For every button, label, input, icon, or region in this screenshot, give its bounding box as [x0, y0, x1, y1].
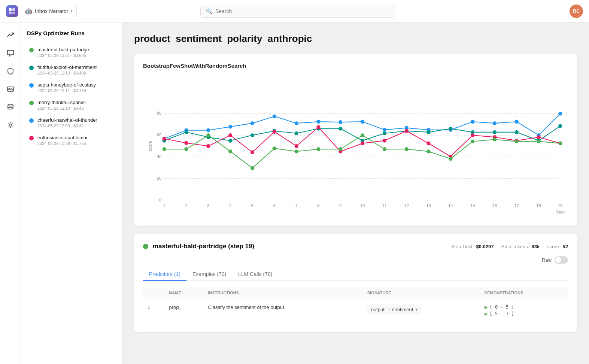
raw-label: Raw — [542, 257, 552, 263]
blue-dot-3 — [206, 128, 210, 132]
sidebar-icon-image[interactable] — [4, 82, 17, 96]
svg-rect-3 — [12, 12, 15, 14]
chart-wrap: .grid-line { stroke: #ccc; stroke-width:… — [143, 75, 568, 217]
blue-dot-4 — [228, 125, 232, 128]
x-label-6: 6 — [273, 203, 276, 208]
teal-dot-16 — [493, 130, 497, 134]
green-dot-10 — [361, 133, 364, 137]
pink-dot-1 — [163, 137, 166, 140]
green-dot-19 — [558, 142, 562, 145]
raw-toggle-switch[interactable] — [555, 256, 568, 264]
run-item[interactable]: enthusiastic-opal-lemur 2024-05-29 11:39… — [27, 132, 116, 149]
green-dot-3 — [206, 133, 210, 137]
run-info: faithful-axolotl-of-merriment 2024-05-29… — [37, 64, 97, 75]
x-label-7: 7 — [295, 203, 297, 208]
tab-llm-calls[interactable]: LLM Calls (70) — [232, 268, 278, 281]
blue-dot-17 — [515, 120, 519, 124]
x-label-16: 16 — [492, 203, 497, 208]
avatar[interactable]: RC — [570, 4, 583, 18]
col-name: NAME — [165, 287, 204, 299]
score-label: score: — [547, 244, 560, 249]
col-num — [143, 287, 165, 299]
demo-text-2: [ 5 – 7 ] — [490, 311, 514, 316]
demo-text-1: [ 0 – 5 ] — [490, 304, 514, 310]
demo-item-1: ▶ [ 0 – 5 ] — [485, 304, 564, 310]
search-input[interactable] — [215, 8, 389, 14]
run-item[interactable]: cheerful-narwhal-of-thunder 2024-05-29 1… — [27, 114, 116, 131]
run-name: masterful-bald-partridge — [37, 47, 89, 52]
workspace-selector[interactable]: 🤖 Inbox Narrator ▾ — [21, 5, 77, 17]
green-dot-11 — [383, 147, 386, 151]
blue-dot-5 — [251, 121, 254, 125]
pink-dot-18 — [537, 135, 540, 139]
x-label-13: 13 — [426, 203, 431, 208]
sidebar-icon-database[interactable] — [4, 100, 17, 114]
teal-dot-5 — [251, 133, 254, 137]
run-dot — [29, 136, 34, 140]
detail-stats: Step Cost: $0.0297 Step Tokens: 83k scor… — [451, 244, 568, 249]
blue-dot-6 — [273, 114, 276, 118]
blue-dot-7 — [294, 121, 298, 125]
signature-chevron[interactable]: ▾ — [415, 307, 418, 312]
sidebar-icon-trend[interactable] — [4, 28, 17, 42]
green-dot-16 — [493, 137, 497, 141]
tab-examples[interactable]: Examples (70) — [186, 268, 232, 281]
pink-dot-6 — [273, 130, 276, 134]
topbar: 🤖 Inbox Narrator ▾ 🔍 RC — [0, 0, 589, 22]
x-label-1: 1 — [163, 203, 166, 208]
blue-dot-9 — [338, 120, 342, 124]
x-label-17: 17 — [514, 203, 519, 208]
topbar-left: 🤖 Inbox Narrator ▾ — [6, 5, 111, 17]
blue-dot-10 — [361, 120, 364, 124]
green-dot-13 — [426, 149, 430, 153]
blue-dot-16 — [493, 121, 497, 125]
y-axis-label: score — [148, 141, 152, 151]
row-name: prog — [165, 299, 204, 324]
blue-dot-8 — [316, 120, 320, 124]
main-content: product_sentiment_polarity_anthropic Boo… — [122, 22, 589, 364]
page-title: product_sentiment_polarity_anthropic — [134, 33, 577, 45]
predictor-table: NAME INSTRUCTIONS SIGNATURE DEMONSTRATIO… — [143, 287, 568, 323]
chart-svg: .grid-line { stroke: #ccc; stroke-width:… — [143, 75, 568, 217]
run-dot — [29, 48, 34, 52]
run-item[interactable]: merry-thankful-spaniel 2024-05-29 12:10 … — [27, 97, 116, 113]
sidebar-icon-chat[interactable] — [4, 46, 17, 60]
x-label-14: 14 — [448, 203, 453, 208]
run-info: enthusiastic-opal-lemur 2024-05-29 11:39… — [37, 135, 88, 146]
app-logo — [6, 5, 18, 17]
run-dot — [29, 101, 34, 105]
svg-point-6 — [8, 104, 13, 106]
green-dot-2 — [184, 147, 188, 151]
run-item[interactable]: faithful-axolotl-of-merriment 2024-05-29… — [27, 61, 116, 78]
run-info: cheerful-narwhal-of-thunder 2024-05-29 1… — [37, 117, 97, 128]
y-label-20: 20 — [157, 176, 162, 181]
chart-title: BootstrapFewShotWithRandomSearch — [143, 63, 568, 69]
pink-dot-15 — [471, 133, 474, 137]
search-box[interactable]: 🔍 — [200, 5, 395, 18]
col-demonstrations: DEMONSTRATIONS — [480, 287, 568, 299]
col-instructions: INSTRUCTIONS — [204, 287, 363, 299]
run-item[interactable]: sepia-honeybee-of-ecstasy 2024-05-29 12:… — [27, 79, 116, 96]
y-label-40: 40 — [157, 154, 162, 159]
run-item[interactable]: masterful-bald-partridge 2024-05-29 13:2… — [27, 44, 116, 61]
tabs: Predictors (1) Examples (70) LLM Calls (… — [143, 268, 568, 281]
y-label-80: 80 — [157, 111, 162, 115]
run-dot — [29, 66, 34, 70]
tab-predictors[interactable]: Predictors (1) — [143, 268, 186, 281]
green-dot-7 — [294, 149, 298, 153]
teal-dot-2 — [184, 130, 188, 134]
run-info: sepia-honeybee-of-ecstasy 2024-05-29 12:… — [37, 82, 96, 93]
run-meta: 2024-05-29 13:21 · $0.605 — [37, 53, 89, 58]
pink-dot-4 — [228, 133, 232, 137]
detail-dot — [143, 244, 148, 249]
green-dot-15 — [471, 139, 474, 143]
pink-dot-2 — [184, 141, 188, 145]
sidebar-icon-shield[interactable] — [4, 64, 17, 78]
row-demos: ▶ [ 0 – 5 ] ▶ [ 5 – 7 ] — [480, 299, 568, 324]
y-label-0: 0 — [159, 198, 161, 202]
chevron-down-icon: ▾ — [70, 9, 73, 14]
svg-point-7 — [9, 124, 12, 126]
runs-title: DSPy Optimizer Runs — [27, 30, 116, 36]
sidebar-icon-settings[interactable] — [4, 118, 17, 132]
pink-dot-13 — [426, 142, 430, 145]
